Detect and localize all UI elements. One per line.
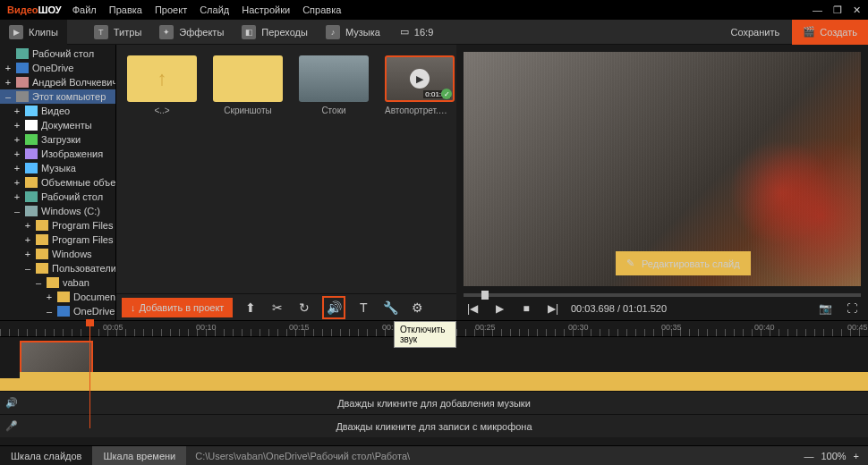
tab-clips[interactable]: ▶Клипы — [0, 20, 67, 45]
text-tool-icon[interactable]: T — [354, 299, 372, 317]
ruler-label: 00:10 — [196, 323, 217, 332]
tree-item[interactable]: +Объемные объекты — [0, 175, 115, 190]
menu-project[interactable]: Проект — [155, 4, 187, 15]
tab-music[interactable]: ♪Музыка — [317, 20, 389, 45]
ruler-label: 00:35 — [661, 323, 682, 332]
transitions-icon: ◧ — [242, 25, 256, 39]
tree-item[interactable]: –vaban — [0, 275, 115, 290]
gear-icon[interactable]: ⚙ — [408, 299, 426, 317]
camera-icon: 🎬 — [803, 26, 815, 38]
tree-item[interactable]: +Рабочий стол — [0, 190, 115, 204]
edit-slide-button[interactable]: ✎Редактировать слайд — [616, 251, 751, 275]
tooltip: Отключить звук — [394, 321, 456, 348]
menu-settings[interactable]: Настройки — [242, 4, 290, 15]
tab-effects[interactable]: ✦Эффекты — [150, 20, 233, 45]
window-controls: — ❐ ✕ — [813, 4, 861, 16]
mic-icon: 🎤 — [5, 420, 18, 432]
close-button[interactable]: ✕ — [853, 4, 861, 16]
menu-edit[interactable]: Правка — [109, 4, 142, 15]
slides-scale-tab[interactable]: Шкала слайдов — [0, 446, 92, 466]
snapshot-icon[interactable]: 📷 — [816, 300, 834, 317]
zoom-level: 100% — [821, 451, 846, 461]
tree-item[interactable]: +Загрузки — [0, 132, 115, 147]
menu-help[interactable]: Справка — [302, 4, 341, 15]
app-logo: ВидеоШОУ — [7, 4, 62, 15]
ruler-label: 00:40 — [754, 323, 775, 332]
ruler-label: 00:45 — [847, 323, 868, 332]
main-menu: Файл Правка Проект Слайд Настройки Справ… — [72, 4, 342, 15]
minimize-button[interactable]: — — [813, 4, 822, 16]
time-scale-tab[interactable]: Шкала времени — [92, 446, 186, 466]
tree-item[interactable]: +Windows — [0, 247, 115, 261]
browser-actions: ↓Добавить в проект ⬆ ✂ ↻ 🔊 T 🔧 ⚙ Отключи… — [116, 293, 456, 320]
time-display: 00:03.698 / 01:01.520 — [571, 303, 667, 314]
statusbar: Шкала слайдов Шкала времени C:\Users\vab… — [0, 445, 868, 465]
scrub-bar[interactable] — [464, 293, 861, 297]
timeline-clip[interactable] — [20, 341, 93, 375]
save-button[interactable]: Сохранить — [719, 20, 793, 45]
maximize-button[interactable]: ❐ — [833, 4, 842, 16]
ruler-label: 00:25 — [475, 323, 496, 332]
tree-item[interactable]: +Изображения — [0, 147, 115, 161]
music-track[interactable]: 🔊Дважды кликните для добавления музыки — [0, 391, 868, 414]
titles-icon: T — [94, 25, 108, 39]
music-icon: ♪ — [326, 25, 340, 39]
zoom-controls: — 100% + — [795, 451, 868, 461]
thumbnail-grid: ↑<..>СкриншотыСтоки▶0:01:02✓Автопортрет.… — [116, 45, 456, 293]
ruler-label: 00:30 — [568, 323, 589, 332]
menu-file[interactable]: Файл — [72, 4, 97, 15]
stop-icon[interactable]: ■ — [517, 300, 535, 317]
menu-slide[interactable]: Слайд — [200, 4, 229, 15]
fullscreen-icon[interactable]: ⛶ — [843, 300, 861, 317]
titlebar: ВидеоШОУ Файл Правка Проект Слайд Настро… — [0, 0, 868, 20]
tree-item[interactable]: +Documents — [0, 290, 115, 304]
tree-item[interactable]: Рабочий стол — [0, 46, 115, 61]
prev-icon[interactable]: |◀ — [464, 300, 481, 317]
preview-viewport[interactable]: ✎Редактировать слайд — [464, 52, 861, 286]
play-icon[interactable]: ▶ — [490, 300, 508, 317]
tree-item[interactable]: +Видео — [0, 104, 115, 118]
tree-item[interactable]: +Program Files — [0, 218, 115, 232]
clips-icon: ▶ — [9, 25, 23, 39]
aspect-ratio[interactable]: ▭16:9 — [389, 26, 444, 38]
create-button[interactable]: 🎬Создать — [792, 20, 868, 45]
wrench-icon[interactable]: 🔧 — [381, 299, 399, 317]
tree-item[interactable]: +Музыка — [0, 161, 115, 175]
zoom-out-button[interactable]: — — [804, 451, 813, 461]
tree-item[interactable]: –Этот компьютер — [0, 89, 115, 104]
tree-item[interactable]: +Program Files (x — [0, 232, 115, 247]
ruler-label: 00:15 — [289, 323, 310, 332]
preview-panel: ✎Редактировать слайд |◀ ▶ ■ ▶| 00:03.698… — [456, 45, 868, 320]
ruler-label: 00:05 — [103, 323, 123, 332]
effects-icon: ✦ — [159, 25, 174, 39]
tree-item[interactable]: –Пользователи — [0, 261, 115, 275]
rotate-icon[interactable]: ↻ — [295, 299, 313, 317]
speaker-icon: 🔊 — [5, 397, 18, 409]
toolbar: ▶Клипы TТитры ✦Эффекты ◧Переходы ♪Музыка… — [0, 20, 868, 45]
tree-item[interactable]: +Андрей Волчкевич — [0, 75, 115, 89]
home-icon[interactable]: ⬆ — [242, 299, 260, 317]
tree-item[interactable]: +OneDrive — [0, 61, 115, 75]
mute-icon[interactable]: 🔊 — [322, 296, 345, 319]
tree-item[interactable]: –Windows (C:) — [0, 204, 115, 218]
thumbnail[interactable]: ▶0:01:02✓Автопортрет.mp4 — [385, 55, 455, 115]
zoom-in-button[interactable]: + — [854, 451, 859, 461]
thumbnail[interactable]: Стоки — [299, 55, 369, 115]
add-to-project-button[interactable]: ↓Добавить в проект — [122, 298, 233, 317]
scrub-handle[interactable] — [481, 291, 489, 300]
playhead[interactable] — [89, 321, 90, 428]
thumbnail[interactable]: Скриншоты — [213, 55, 283, 115]
current-path: C:\Users\vaban\OneDrive\Рабочий стол\Раб… — [186, 451, 795, 461]
tree-item[interactable]: –OneDrive — [0, 304, 115, 318]
file-browser: ↑<..>СкриншотыСтоки▶0:01:02✓Автопортрет.… — [116, 45, 456, 320]
thumbnail[interactable]: ↑<..> — [127, 55, 197, 115]
tree-item[interactable]: +Документы — [0, 118, 115, 132]
tab-titles[interactable]: TТитры — [85, 20, 150, 45]
next-icon[interactable]: ▶| — [544, 300, 562, 317]
cut-icon[interactable]: ✂ — [268, 299, 286, 317]
pencil-icon: ✎ — [626, 258, 634, 269]
mic-track[interactable]: 🎤Дважды кликните для записи с микрофона — [0, 414, 868, 437]
download-icon: ↓ — [131, 302, 136, 313]
tab-transitions[interactable]: ◧Переходы — [233, 20, 317, 45]
folder-tree[interactable]: Рабочий стол+OneDrive+Андрей Волчкевич–Э… — [0, 45, 116, 320]
